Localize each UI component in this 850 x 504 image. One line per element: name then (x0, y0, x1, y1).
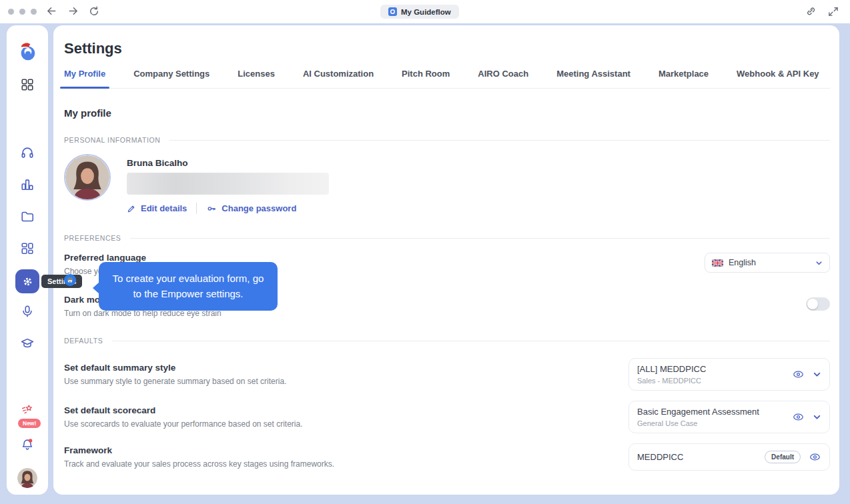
summary-style-title: Set default summary style (64, 363, 286, 373)
default-badge: Default (765, 451, 801, 463)
section-title: My profile (64, 107, 830, 119)
profile-photo (64, 154, 111, 201)
scorecard-select[interactable]: Basic Engagement Assessment General Use … (628, 401, 830, 433)
tab-meeting-assistant[interactable]: Meeting Assistant (556, 69, 630, 88)
framework-title: Framework (64, 445, 334, 455)
scorecard-value: Basic Engagement Assessment (637, 407, 759, 417)
tab-my-profile[interactable]: My Profile (64, 69, 105, 88)
chevron-down-icon (815, 259, 823, 267)
divider (130, 238, 830, 239)
gear-icon (21, 275, 34, 288)
settings-page: Settings My Profile Company Settings Lic… (53, 25, 839, 495)
expand-icon[interactable] (827, 5, 839, 20)
tab-licenses[interactable]: Licenses (238, 69, 275, 88)
settings-tooltip: Settings (41, 275, 82, 288)
reload-icon[interactable] (88, 5, 100, 17)
summary-style-description: Use summary style to generate summary ba… (64, 377, 286, 386)
divider (112, 341, 830, 341)
sidebar-item-settings[interactable] (15, 269, 39, 293)
personal-information-label: PERSONAL INFORMATION (64, 136, 160, 144)
share-link-icon[interactable] (805, 5, 817, 20)
eye-icon[interactable] (792, 411, 805, 423)
sidebar-item-learning[interactable] (20, 336, 35, 351)
pencil-icon (127, 204, 136, 213)
scorecard-row: Set default scorecard Use scorecards to … (64, 401, 830, 433)
preferences-label: PREFERENCES (64, 234, 121, 242)
sidebar-item-apps[interactable] (20, 241, 35, 256)
window-dot-icon[interactable] (31, 9, 37, 15)
language-value: English (729, 258, 810, 267)
tab-marketplace[interactable]: Marketplace (659, 69, 709, 88)
summary-style-row: Set default summary style Use summary st… (64, 358, 830, 391)
scorecard-description: Use scorecards to evaluate your performa… (64, 419, 303, 429)
app-logo[interactable] (16, 40, 39, 63)
guideflow-favicon-icon (388, 7, 397, 16)
user-avatar[interactable] (17, 468, 37, 488)
sidebar-item-calls[interactable] (20, 145, 35, 160)
change-password-button[interactable]: Change password (206, 203, 296, 214)
language-select[interactable]: English (705, 253, 830, 273)
defaults-label: DEFAULTS (64, 337, 103, 345)
settings-tabs: My Profile Company Settings Licenses AI … (64, 69, 830, 89)
tab-airo-coach[interactable]: AIRO Coach (478, 69, 528, 88)
framework-description: Track and evaluate your sales process ac… (64, 459, 334, 469)
uk-flag-icon (712, 259, 723, 267)
browser-tab-title: My Guideflow (401, 8, 451, 16)
sidebar-item-recorder[interactable] (20, 304, 35, 319)
new-badge: New! (18, 419, 41, 428)
language-label: Preferred language (64, 253, 179, 263)
whats-new-icon[interactable] (20, 403, 35, 417)
window-dot-icon[interactable] (8, 9, 14, 15)
browser-chrome: My Guideflow (0, 0, 850, 23)
sidebar: New! (7, 25, 48, 495)
dark-mode-toggle[interactable] (806, 297, 830, 311)
eye-icon[interactable] (809, 451, 821, 463)
window-dot-icon[interactable] (19, 9, 25, 15)
divider (196, 203, 197, 214)
browser-tab[interactable]: My Guideflow (380, 5, 459, 19)
page-title: Settings (64, 40, 830, 57)
eye-icon[interactable] (792, 368, 805, 381)
scorecard-value-sub: General Use Case (637, 419, 759, 427)
summary-style-value-sub: Sales - MEDDPICC (637, 377, 706, 385)
tab-webhook-api-key[interactable]: Webhook & API Key (737, 69, 819, 88)
framework-row: Framework Track and evaluate your sales … (64, 443, 830, 471)
sidebar-item-dashboard[interactable] (20, 77, 35, 92)
profile-block: Bruna Bicalho Edit details Change passwo… (64, 154, 830, 214)
tab-pitch-room[interactable]: Pitch Room (402, 69, 450, 88)
sidebar-item-analytics[interactable] (20, 177, 35, 192)
summary-style-value: [ALL] MEDDPICC (637, 364, 706, 374)
back-icon[interactable] (45, 5, 58, 17)
forward-icon[interactable] (67, 5, 79, 17)
tab-ai-customization[interactable]: AI Customization (303, 69, 374, 88)
sidebar-item-library[interactable] (20, 209, 35, 224)
chevron-down-icon (813, 413, 821, 421)
framework-value: MEDDPICC (637, 452, 683, 462)
profile-name: Bruna Bicalho (127, 158, 329, 168)
click-indicator (64, 274, 76, 286)
edit-details-button[interactable]: Edit details (127, 203, 187, 213)
chevron-down-icon (813, 370, 821, 379)
key-icon (206, 203, 217, 214)
divider (169, 140, 830, 141)
guide-tooltip: To create your evaluation form, go to th… (99, 262, 278, 311)
redacted-email (127, 173, 329, 195)
scorecard-title: Set default scorecard (64, 405, 303, 415)
sidebar-item-notifications[interactable] (20, 437, 35, 452)
framework-select[interactable]: MEDDPICC Default (628, 443, 830, 471)
summary-style-select[interactable]: [ALL] MEDDPICC Sales - MEDDPICC (628, 358, 830, 391)
window-controls[interactable] (8, 9, 37, 15)
tab-company-settings[interactable]: Company Settings (133, 69, 209, 88)
